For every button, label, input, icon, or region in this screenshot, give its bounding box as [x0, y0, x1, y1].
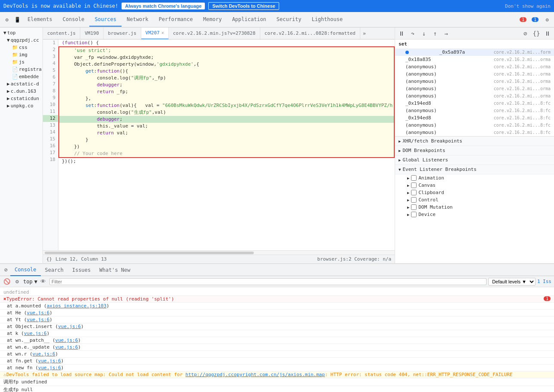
step-button[interactable]: →	[441, 29, 451, 38]
tab-performance[interactable]: Performance	[154, 13, 198, 27]
tab-core-formatted[interactable]: core.v2.16.2.mi...0828:formatted	[260, 27, 360, 40]
format-button[interactable]: {}	[532, 29, 541, 38]
context-chevron[interactable]: ▼	[34, 279, 37, 285]
event-listener-breakpoints-header[interactable]: ▼ Event Listener Breakpoints	[395, 165, 554, 174]
stack-link[interactable]: vue.js:6	[27, 317, 49, 322]
call-stack-item-10[interactable]: (anonymous) core.v2.16.2.mi...8:fc	[395, 122, 554, 129]
sidebar-item-top[interactable]: ▼ top	[0, 29, 43, 36]
stack-link[interactable]: axios instance.js:103	[47, 303, 107, 309]
stack-link[interactable]: vue.js:6	[27, 310, 49, 316]
pause-button[interactable]: ⏸	[397, 29, 406, 38]
sidebar-item-qqgzpdj[interactable]: ▼ qqgzpdj.cc	[0, 36, 43, 44]
sidebar-item-unpkg[interactable]: ▶ unpkg.co	[0, 102, 43, 109]
stack-link[interactable]: vue.js:6	[55, 344, 78, 350]
stack-link[interactable]: vue.js:6	[38, 358, 61, 364]
filter-toggle-button[interactable]: ⚙	[13, 277, 21, 286]
animation-checkbox[interactable]	[411, 175, 417, 181]
control-checkbox[interactable]	[411, 197, 417, 203]
pause-on-exceptions-button[interactable]: ⏸	[543, 29, 552, 38]
sidebar-item-acstatic[interactable]: ▶ acstatic-d	[0, 80, 43, 88]
error-badge[interactable]: 1	[518, 15, 528, 25]
call-stack-item-7[interactable]: _0x194ed8 core.v2.16.2.mi...8:fc	[395, 100, 554, 107]
warn-badge[interactable]: 1	[530, 15, 540, 25]
call-stack-item-6[interactable]: (anonymous) core.v2.16.2.mi...orma	[395, 92, 554, 100]
listener-device[interactable]: ▶ Device	[399, 211, 554, 218]
tab-sources[interactable]: Sources	[89, 13, 122, 27]
sidebar-item-embedde[interactable]: 📄 embedde	[0, 73, 43, 80]
console-output[interactable]: undefined ✖ TypeError: Cannot read prope…	[0, 287, 554, 392]
global-listeners-header[interactable]: ▶ Global Listeners	[395, 155, 554, 165]
dismiss-button[interactable]: Don't show again	[505, 3, 551, 9]
close-tab-icon[interactable]: ×	[161, 30, 164, 35]
tab-vm190[interactable]: VM190	[80, 27, 103, 40]
call-stack-item-11[interactable]: (anonymous) core.v2.16.2.mi...8:fc	[395, 129, 554, 136]
sidebar-label: embedde	[19, 74, 39, 79]
step-over-button[interactable]: ↷	[408, 29, 417, 38]
sidebar-item-cstatic[interactable]: ▶ cstaticdun	[0, 95, 43, 102]
eye-icon[interactable]: 👁	[39, 277, 48, 286]
stack-link[interactable]: vue.js:6	[24, 331, 47, 336]
console-toggle-button[interactable]: ⊘	[2, 266, 10, 274]
tab-core-min[interactable]: core.v2.16.2.min.js?v=2730828	[169, 27, 260, 40]
deactivate-breakpoints-button[interactable]: ⊘	[521, 29, 530, 38]
stack-link[interactable]: vue.js:6	[38, 365, 61, 371]
breakpoints-section: ▶ XHR/fetch Breakpoints ▶ DOM Breakpoint…	[395, 137, 554, 263]
dom-mutation-checkbox[interactable]	[411, 204, 417, 210]
tab-console[interactable]: Console	[10, 264, 41, 276]
device-checkbox[interactable]	[411, 212, 417, 217]
call-stack-item-0[interactable]: _0x5a897a core.v2.16.2.mi...form	[395, 49, 554, 56]
sidebar-item-img[interactable]: 📁 img	[0, 51, 43, 58]
frame-source: core.v2.16.2.mi...orma	[494, 64, 551, 69]
listener-dom-mutation[interactable]: ▶ DOM Mutation	[399, 204, 554, 211]
listener-animation[interactable]: ▶ Animation	[399, 174, 554, 182]
match-language-button[interactable]: Always match Chrome's language	[122, 3, 205, 9]
sidebar-item-cdun[interactable]: ▶ c.dun.163	[0, 88, 43, 95]
editor-horizontal-scrollbar[interactable]	[43, 250, 395, 255]
xhr-breakpoints-header[interactable]: ▶ XHR/fetch Breakpoints	[395, 137, 554, 146]
call-stack-item-3[interactable]: (anonymous) core.v2.16.2.mi...orma	[395, 70, 554, 78]
tab-vm207[interactable]: VM207 ×	[141, 27, 169, 40]
tab-elements[interactable]: Elements	[22, 13, 58, 27]
tab-content-js[interactable]: content.js	[43, 27, 80, 40]
log-level-select[interactable]: Default levels ▼	[488, 278, 536, 286]
tab-lighthouse[interactable]: Lighthouse	[307, 13, 348, 27]
tab-search[interactable]: Search	[41, 264, 68, 276]
curly-braces-icon[interactable]: {}	[46, 256, 52, 262]
sidebar-item-css[interactable]: 📁 css	[0, 44, 43, 51]
more-tabs-button[interactable]: »	[360, 30, 368, 36]
device-toggle[interactable]: 📱	[12, 15, 22, 25]
listener-canvas[interactable]: ▶ Canvas	[399, 182, 554, 189]
call-stack-item-1[interactable]: _0x18a835 core.v2.16.2.mi...orma	[395, 56, 554, 63]
clear-console-button[interactable]: 🚫	[3, 277, 11, 286]
tab-console[interactable]: Console	[58, 13, 90, 27]
code-editor[interactable]: 12345 678910 111213 1415161718 (function…	[43, 40, 395, 250]
call-stack-item-8[interactable]: (anonymous) core.v2.16.2.mi...8:fc	[395, 107, 554, 114]
settings-button[interactable]: ⚙	[542, 15, 552, 25]
tab-browser-js[interactable]: browser.js	[103, 27, 141, 40]
switch-chinese-button[interactable]: Switch DevTools to Chinese	[208, 2, 279, 10]
stack-link[interactable]: vue.js:6	[55, 337, 78, 343]
dom-breakpoints-header[interactable]: ▶ DOM Breakpoints	[395, 146, 554, 155]
sidebar-item-registra[interactable]: 📄 registra	[0, 66, 43, 73]
sourcemap-link[interactable]: http://qqgzpdj.ccopyright.com.cn/js/axio…	[186, 372, 325, 377]
call-stack-item-4[interactable]: (anonymous) core.v2.16.2.mi...orma 跟栈	[395, 78, 554, 85]
tab-security[interactable]: Security	[271, 13, 307, 27]
stack-link[interactable]: vue.js:6	[33, 351, 55, 357]
console-filter-input[interactable]	[49, 278, 487, 285]
call-stack-item-5[interactable]: (anonymous) core.v2.16.2.mi...orma	[395, 85, 554, 92]
tab-network[interactable]: Network	[122, 13, 154, 27]
clipboard-checkbox[interactable]	[411, 190, 417, 195]
tab-issues[interactable]: Issues	[68, 264, 95, 276]
tab-memory[interactable]: Memory	[198, 13, 227, 27]
step-out-button[interactable]: ↑	[430, 29, 440, 38]
stack-link[interactable]: vue.js:6	[58, 324, 81, 329]
tab-application[interactable]: Application	[227, 13, 271, 27]
listener-control[interactable]: ▶ Control	[399, 196, 554, 204]
sidebar-item-js[interactable]: 📁 js	[0, 58, 43, 66]
call-stack-item-9[interactable]: _0x194ed8 core.v2.16.2.mi...8:fc	[395, 114, 554, 122]
step-into-button[interactable]: ↓	[419, 29, 429, 38]
canvas-checkbox[interactable]	[411, 182, 417, 188]
call-stack-item-2[interactable]: (anonymous) core.v2.16.2.mi...orma	[395, 63, 554, 70]
listener-clipboard[interactable]: ▶ Clipboard	[399, 189, 554, 196]
tab-whats-new[interactable]: What's New	[95, 264, 134, 276]
